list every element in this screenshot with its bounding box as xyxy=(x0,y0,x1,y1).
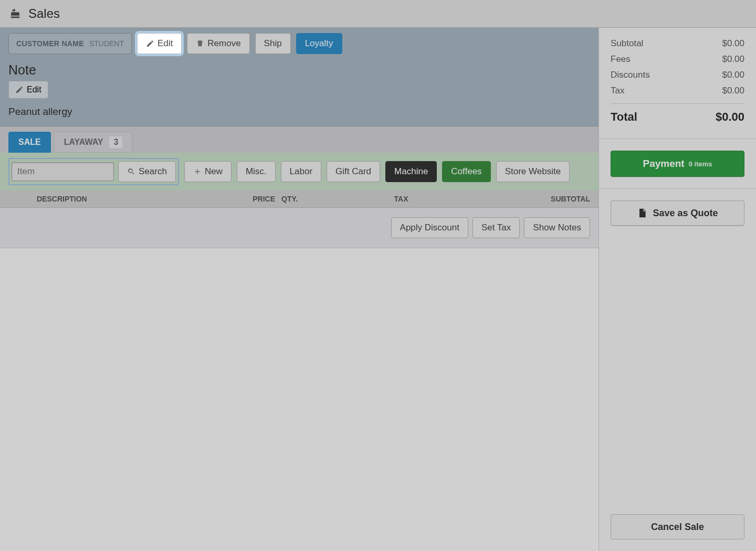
row-tax: Tax $0.00 xyxy=(611,86,744,96)
quote-block: Save as Quote xyxy=(599,189,756,237)
svg-rect-0 xyxy=(14,9,15,10)
remove-customer-button[interactable]: Remove xyxy=(187,33,249,54)
note-block: Note Edit Peanut allergy xyxy=(0,59,598,126)
giftcard-label: Gift Card xyxy=(335,166,371,177)
save-quote-label: Save as Quote xyxy=(653,208,718,219)
set-tax-button[interactable]: Set Tax xyxy=(472,217,520,238)
labor-label: Labor xyxy=(290,166,312,177)
pencil-icon xyxy=(146,39,154,48)
apply-discount-button[interactable]: Apply Discount xyxy=(391,217,468,238)
store-website-label: Store Website xyxy=(505,166,561,177)
note-text: Peanut allergy xyxy=(8,106,590,118)
sidebar-right: Subtotal $0.00 Fees $0.00 Discounts $0.0… xyxy=(598,28,756,551)
misc-label: Misc. xyxy=(246,166,267,177)
item-row: Search New Misc. Labor Gift Card Machine… xyxy=(0,153,598,190)
search-button[interactable]: Search xyxy=(118,161,176,182)
edit-customer-label: Edit xyxy=(158,38,173,49)
row-fees: Fees $0.00 xyxy=(611,54,744,65)
edit-note-label: Edit xyxy=(27,85,41,94)
tabs-row: SALE LAYAWAY 3 xyxy=(0,126,598,153)
edit-customer-button[interactable]: Edit xyxy=(137,33,182,54)
col-qty: QTY. xyxy=(275,195,322,203)
loyalty-label: Loyalty xyxy=(305,38,333,49)
tab-layaway[interactable]: LAYAWAY 3 xyxy=(54,132,133,153)
tax-value: $0.00 xyxy=(722,86,744,96)
pencil-icon xyxy=(15,86,24,94)
table-header: DESCRIPTION PRICE QTY. TAX SUBTOTAL xyxy=(0,190,598,208)
discounts-value: $0.00 xyxy=(722,70,744,80)
loyalty-button[interactable]: Loyalty xyxy=(296,33,342,54)
payment-label: Payment xyxy=(643,158,684,169)
tax-label: Tax xyxy=(611,86,624,96)
show-notes-button[interactable]: Show Notes xyxy=(524,217,590,238)
search-icon xyxy=(127,167,135,176)
discounts-label: Discounts xyxy=(611,70,650,80)
col-description: DESCRIPTION xyxy=(8,195,207,203)
save-quote-button[interactable]: Save as Quote xyxy=(611,200,744,226)
apply-discount-label: Apply Discount xyxy=(400,222,459,233)
coffees-label: Coffees xyxy=(451,166,481,177)
remove-customer-label: Remove xyxy=(207,38,240,49)
item-search-input[interactable] xyxy=(12,162,114,181)
labor-button[interactable]: Labor xyxy=(281,161,321,182)
customer-pill[interactable]: CUSTOMER NAME STUDENT xyxy=(8,33,132,54)
fees-value: $0.00 xyxy=(722,54,744,65)
row-discounts: Discounts $0.00 xyxy=(611,70,744,80)
ship-label: Ship xyxy=(264,38,282,49)
subtotal-label: Subtotal xyxy=(611,38,643,49)
misc-button[interactable]: Misc. xyxy=(237,161,276,182)
set-tax-label: Set Tax xyxy=(481,222,511,233)
payment-button[interactable]: Payment 0 items xyxy=(611,151,744,177)
totals-block: Subtotal $0.00 Fees $0.00 Discounts $0.0… xyxy=(599,28,756,139)
machine-label: Machine xyxy=(394,166,428,177)
subtotal-value: $0.00 xyxy=(722,38,744,49)
tab-sale[interactable]: SALE xyxy=(8,132,51,153)
payment-block: Payment 0 items xyxy=(599,139,756,189)
col-price: PRICE xyxy=(207,195,275,203)
store-website-button[interactable]: Store Website xyxy=(496,161,570,182)
tab-layaway-label: LAYAWAY xyxy=(64,137,103,147)
new-label: New xyxy=(205,166,223,177)
note-heading: Note xyxy=(8,62,590,78)
customer-bar: CUSTOMER NAME STUDENT Edit Remove Ship L… xyxy=(0,28,598,59)
col-tax: TAX xyxy=(322,195,480,203)
page-header: Sales xyxy=(0,0,756,28)
total-value: $0.00 xyxy=(716,110,744,124)
item-search-group: Search xyxy=(8,158,179,185)
customer-label: CUSTOMER NAME xyxy=(16,39,84,48)
cash-register-icon xyxy=(9,8,21,19)
cancel-sale-button[interactable]: Cancel Sale xyxy=(611,514,744,539)
page-title: Sales xyxy=(28,6,60,21)
payment-sub-label: 0 items xyxy=(689,160,712,168)
row-subtotal: Subtotal $0.00 xyxy=(611,38,744,49)
row-total: Total $0.00 xyxy=(611,103,744,124)
cancel-sale-label: Cancel Sale xyxy=(651,522,704,533)
layaway-count-badge: 3 xyxy=(109,136,122,148)
document-icon xyxy=(637,208,647,218)
total-label: Total xyxy=(611,110,637,124)
show-notes-label: Show Notes xyxy=(533,222,581,233)
col-subtotal: SUBTOTAL xyxy=(480,195,590,203)
edit-note-button[interactable]: Edit xyxy=(8,81,48,99)
coffees-button[interactable]: Coffees xyxy=(442,161,490,182)
machine-button[interactable]: Machine xyxy=(385,161,437,182)
new-item-button[interactable]: New xyxy=(184,161,232,182)
ship-button[interactable]: Ship xyxy=(255,33,291,54)
table-actions: Apply Discount Set Tax Show Notes xyxy=(0,208,598,248)
customer-name: STUDENT xyxy=(89,39,124,48)
search-label: Search xyxy=(139,166,167,177)
giftcard-button[interactable]: Gift Card xyxy=(327,161,380,182)
tab-sale-label: SALE xyxy=(18,137,41,147)
trash-icon xyxy=(196,39,204,48)
plus-icon xyxy=(193,167,202,176)
fees-label: Fees xyxy=(611,54,631,65)
cancel-block: Cancel Sale xyxy=(599,503,756,551)
